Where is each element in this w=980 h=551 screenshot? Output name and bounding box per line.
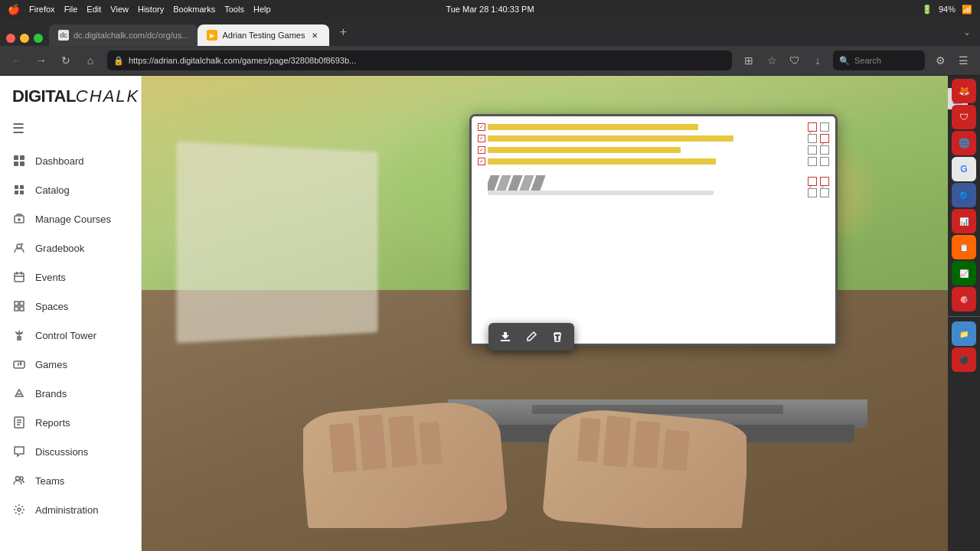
- main-content: ✓ ✓ ✓ ✓: [142, 76, 948, 551]
- sheet-check-1: ✓: [478, 123, 485, 131]
- sidebar-item-spaces[interactable]: Spaces: [0, 292, 141, 321]
- minimize-window-button[interactable]: [20, 34, 29, 43]
- sidebar-item-control-tower[interactable]: Control Tower: [0, 321, 141, 350]
- menu-bookmarks[interactable]: Bookmarks: [173, 5, 215, 14]
- gradebook-label: Gradebook: [35, 243, 84, 254]
- sidebar-item-teams[interactable]: Teams: [0, 466, 141, 495]
- finger-4: [419, 422, 443, 466]
- menu-history[interactable]: History: [138, 5, 164, 14]
- menu-view[interactable]: View: [110, 5, 129, 14]
- tab-favicon-1: dc: [58, 30, 69, 41]
- rp-ext2-icon[interactable]: 📊: [952, 209, 976, 233]
- bar-2: [488, 135, 734, 142]
- svg-rect-3: [20, 161, 24, 166]
- rfinger-2: [603, 416, 632, 467]
- svg-point-26: [21, 363, 21, 364]
- rp-ext1-icon[interactable]: 🔵: [952, 183, 976, 207]
- sidebar-item-games[interactable]: Games: [0, 350, 141, 379]
- rp-firefox-icon[interactable]: 🦊: [952, 79, 976, 103]
- folder-symbol: 📁: [959, 330, 969, 338]
- browser-tab-1[interactable]: dc dc.digitalchalk.com/dc/org/us...: [49, 24, 198, 46]
- ext1-symbol: 🔵: [959, 191, 969, 200]
- menu-help[interactable]: Help: [253, 5, 271, 14]
- rp-shield-icon[interactable]: 🛡: [952, 105, 976, 129]
- tab-view-button[interactable]: ⊞: [738, 50, 760, 71]
- extensions-button[interactable]: ⚙: [929, 50, 951, 71]
- sidebar-item-events[interactable]: Events: [0, 262, 141, 292]
- cb-1a: ✓: [808, 122, 817, 132]
- firefox-symbol: 🦊: [959, 86, 970, 96]
- search-bar[interactable]: 🔍 Search: [833, 51, 925, 70]
- administration-label: Administration: [35, 504, 98, 516]
- floating-toolbar[interactable]: [488, 323, 574, 350]
- spaces-label: Spaces: [35, 301, 68, 312]
- sheet-row-4: ✓: [478, 157, 830, 166]
- svg-rect-1: [20, 155, 24, 160]
- rp-divider: [948, 316, 980, 317]
- sidebar-item-discussions[interactable]: Discussions: [0, 437, 141, 466]
- sidebar-item-reports[interactable]: Reports: [0, 408, 141, 437]
- svg-point-32: [16, 477, 20, 481]
- cb-4a: [808, 157, 817, 166]
- download-button[interactable]: ↓: [807, 50, 828, 71]
- rp-bottom-icon[interactable]: ⚫: [952, 347, 976, 372]
- menu-firefox[interactable]: Firefox: [29, 5, 55, 14]
- search-icon: 🔍: [839, 56, 850, 66]
- bar-4: [488, 158, 717, 165]
- control-tower-icon: [12, 328, 26, 342]
- bookmark-button[interactable]: ☆: [761, 50, 782, 71]
- sidebar-item-catalog[interactable]: Catalog: [0, 175, 141, 204]
- cb-3a: [808, 145, 817, 155]
- tabs-expand-button[interactable]: ⌄: [960, 24, 974, 41]
- svg-rect-2: [14, 161, 18, 166]
- forward-button[interactable]: →: [31, 50, 52, 71]
- close-window-button[interactable]: [6, 34, 15, 43]
- toolbar-edit-button[interactable]: [521, 326, 542, 347]
- svg-rect-5: [20, 185, 24, 189]
- menu-file[interactable]: File: [64, 5, 78, 14]
- sidebar: digitalCHALK 👤 ☰ Dashboard Catalog: [0, 76, 142, 551]
- rp-ext3-icon[interactable]: 📋: [952, 235, 976, 259]
- shield-button[interactable]: 🛡: [784, 50, 805, 71]
- address-bar[interactable]: 🔒 https://adrian.digitalchalk.com/games/…: [107, 51, 732, 70]
- right-panel: 🦊 🛡 🌐 G 🔵 📊 📋 📈 🎯 📁 ⚫: [948, 76, 980, 551]
- macos-status-right: 🔋 94% 📶: [922, 5, 972, 15]
- svg-rect-13: [15, 273, 24, 282]
- browser-tab-2[interactable]: ▶ Adrian Testing Games ✕: [198, 24, 329, 46]
- rp-folder-icon[interactable]: 📁: [952, 321, 976, 346]
- maximize-window-button[interactable]: [34, 34, 43, 43]
- toolbar-delete-button[interactable]: [547, 326, 568, 347]
- rp-google-icon[interactable]: G: [952, 157, 976, 181]
- administration-icon: [12, 503, 26, 517]
- bottom-symbol: ⚫: [959, 356, 969, 364]
- apple-menu[interactable]: 🍎: [8, 4, 20, 15]
- close-tab-2-button[interactable]: ✕: [309, 30, 320, 41]
- hamburger-menu-button[interactable]: ☰: [0, 114, 141, 143]
- sidebar-item-administration[interactable]: Administration: [0, 495, 141, 524]
- sidebar-item-manage-courses[interactable]: Manage Courses: [0, 204, 141, 233]
- checkboxes-6: [716, 188, 829, 197]
- sidebar-item-gradebook[interactable]: Gradebook: [0, 233, 141, 262]
- cb-5a: ✓: [808, 177, 817, 186]
- menu-button[interactable]: ☰: [952, 50, 974, 71]
- rp-web-icon[interactable]: 🌐: [952, 131, 976, 155]
- svg-rect-7: [20, 191, 24, 194]
- events-icon: [12, 270, 26, 284]
- rp-ext5-icon[interactable]: 🎯: [952, 287, 976, 311]
- home-button[interactable]: ⌂: [80, 50, 101, 71]
- rp-ext4-icon[interactable]: 📈: [952, 261, 976, 285]
- url-text: https://adrian.digitalchalk.com/games/pa…: [129, 56, 726, 65]
- back-button[interactable]: ←: [6, 50, 28, 71]
- svg-rect-0: [14, 155, 18, 160]
- menu-edit[interactable]: Edit: [87, 5, 101, 14]
- cb-4b: [820, 157, 829, 166]
- svg-rect-17: [15, 302, 18, 305]
- brands-label: Brands: [35, 388, 67, 399]
- new-tab-button[interactable]: +: [332, 21, 354, 43]
- menu-tools[interactable]: Tools: [224, 5, 244, 14]
- toolbar-download-button[interactable]: [495, 326, 516, 347]
- sidebar-item-dashboard[interactable]: Dashboard: [0, 146, 141, 175]
- traffic-lights[interactable]: [6, 34, 43, 43]
- reload-button[interactable]: ↻: [55, 50, 77, 71]
- sidebar-item-brands[interactable]: Brands: [0, 379, 141, 408]
